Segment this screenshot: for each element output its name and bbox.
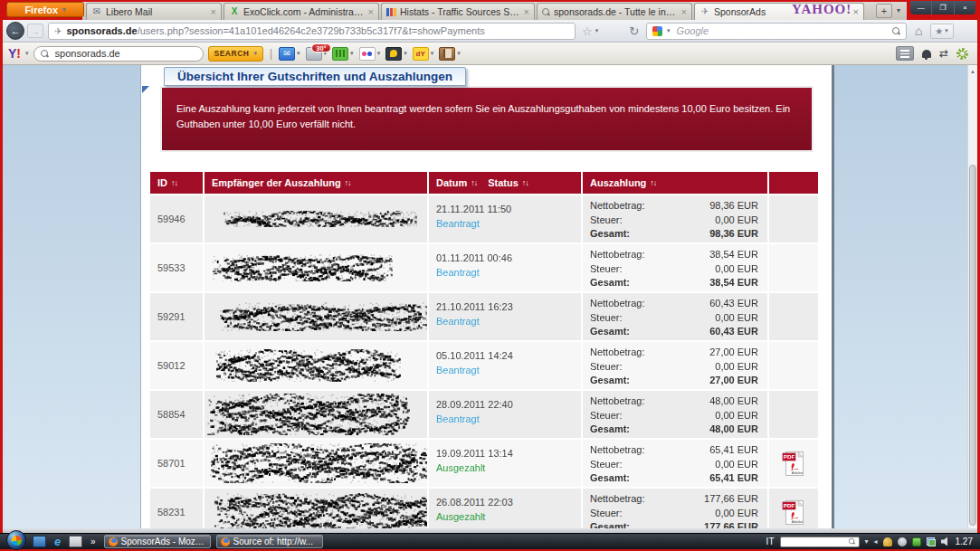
payment-status-link[interactable]: Ausgezahlt (436, 511, 581, 522)
addressbook-app[interactable]: ▾ (439, 47, 461, 61)
tab-close-icon[interactable]: × (681, 7, 687, 16)
payment-status-link[interactable]: Beantragt (436, 365, 581, 375)
sort-arrows-icon[interactable]: ↑↓ (345, 178, 351, 187)
payment-date-status-cell: 19.09.2011 13:14 Ausgezahlt (429, 440, 581, 487)
sort-arrows-icon[interactable]: ↑↓ (171, 178, 177, 187)
language-indicator[interactable]: IT (766, 537, 775, 546)
bookmark-star-group[interactable]: ☆ ▾ (582, 24, 598, 38)
chevron-down-icon[interactable]: ▾ (457, 50, 461, 57)
chevron-down-icon[interactable]: ▾ (595, 27, 599, 34)
sort-arrows-icon[interactable]: ↑↓ (650, 178, 656, 187)
mail-app[interactable]: ✉▾ (279, 47, 300, 61)
firefox-menu-button[interactable]: Firefox ▾ (6, 2, 84, 17)
chevron-down-icon[interactable]: ▾ (431, 50, 434, 57)
payment-status-link[interactable]: Beantragt (436, 267, 581, 278)
tab-libero-mail[interactable]: ✉ Libero Mail × (86, 3, 222, 20)
yahoo-search-button[interactable]: SEARCH ▾ (208, 46, 263, 62)
chevron-down-icon[interactable]: ▾ (865, 537, 869, 546)
chevron-down-icon[interactable]: ▾ (404, 50, 407, 57)
tab-close-icon[interactable]: × (368, 7, 374, 16)
taskbar: e » SponsorAds - Mozill...Source of: htt… (0, 533, 980, 549)
finance-icon[interactable] (332, 47, 348, 61)
yahoo-logo-icon[interactable]: Y ! (8, 46, 21, 61)
weather-icon[interactable]: 30° (306, 47, 322, 61)
tab-exoclick[interactable]: X ExoClick.com - Administration ... × (224, 3, 379, 20)
sort-arrows-icon[interactable]: ↑↓ (522, 178, 528, 187)
tray-network-icon[interactable] (927, 537, 936, 546)
header-payout[interactable]: Auszahlung ↑↓ (583, 172, 767, 194)
tray-key-icon[interactable] (883, 537, 892, 546)
amount-line: Gesamt:27,00 EUR (590, 374, 758, 388)
quicklaunch-monitor-icon[interactable] (33, 536, 46, 547)
payment-status-link[interactable]: Beantragt (436, 413, 581, 424)
answers-icon[interactable] (385, 47, 402, 61)
chevron-down-icon[interactable]: ▾ (350, 50, 354, 57)
swap-arrows-icon[interactable]: ⇄ (939, 47, 948, 60)
tab-histats[interactable]: Histats - Traffic Sources Search ... × (381, 3, 535, 20)
chevron-down-icon[interactable]: ▾ (297, 50, 300, 57)
sort-arrows-icon[interactable]: ↑↓ (471, 178, 477, 187)
bookmarks-button[interactable]: ★ ▾ (930, 24, 954, 39)
mail-icon[interactable]: ✉ (279, 47, 295, 61)
chevron-down-icon[interactable]: ▾ (667, 27, 671, 34)
close-button[interactable]: × (955, 1, 975, 14)
pdf-download-icon[interactable]: PDF Adobe (782, 450, 805, 478)
tray-search-box[interactable] (780, 537, 860, 547)
reload-button[interactable]: ↻ (629, 24, 639, 38)
messenger-icon[interactable]: dY (413, 47, 429, 61)
tray-power-icon[interactable] (912, 537, 921, 546)
payment-status-link[interactable]: Beantragt (436, 316, 581, 327)
show-desktop-icon[interactable] (69, 536, 82, 547)
web-search-input[interactable] (675, 24, 888, 37)
new-tab-button[interactable]: + (876, 4, 892, 18)
pdf-download-icon[interactable]: PDF Adobe (782, 499, 805, 527)
amount-line: Steuer:0,00 EUR (590, 214, 758, 228)
payment-pdf-cell (769, 195, 818, 242)
yahoo-search-input[interactable] (53, 47, 196, 60)
url-bar[interactable]: ✈ sponsorads.de/users.php?session=41a101… (48, 23, 576, 40)
tab-magnifier[interactable]: sponsorads.de - Tutte le inform... × (537, 3, 692, 20)
answers-app[interactable]: ▾ (385, 47, 407, 61)
volume-icon[interactable] (941, 537, 950, 546)
tab-close-icon[interactable]: × (524, 7, 529, 16)
list-all-tabs-button[interactable]: ▾ (897, 6, 900, 14)
payment-status-link[interactable]: Beantragt (436, 218, 581, 229)
payment-status-link[interactable]: Ausgezahlt (436, 462, 581, 473)
chevron-down-icon[interactable]: ▾ (377, 50, 381, 57)
search-icon[interactable] (892, 27, 900, 35)
messenger-app[interactable]: dY▾ (413, 47, 434, 61)
forward-button[interactable]: → (27, 24, 43, 38)
taskbar-app-button[interactable]: SponsorAds - Mozill... (104, 535, 211, 548)
tab-close-icon[interactable]: × (853, 7, 859, 16)
gear-icon[interactable] (956, 48, 968, 60)
scroll-up-arrow[interactable]: ▲ (968, 65, 977, 77)
list-view-button[interactable] (896, 46, 914, 61)
internet-explorer-icon[interactable]: e (51, 536, 64, 547)
flickr-app[interactable]: ▾ (359, 47, 381, 61)
header-date-status[interactable]: Datum ↑↓ Status ↑↓ (429, 172, 581, 194)
bell-icon[interactable] (922, 50, 931, 58)
chevron-down-icon[interactable]: ▾ (25, 50, 29, 57)
home-button[interactable]: ⌂ (915, 24, 922, 38)
flickr-icon[interactable] (359, 47, 376, 61)
bookmark-star-icon[interactable]: ☆ (582, 24, 593, 38)
weather-app[interactable]: 30°▾ (306, 47, 328, 61)
finance-app[interactable]: ▾ (332, 47, 354, 61)
header-recipient[interactable]: Empfänger der Auszahlung ↑↓ (205, 172, 427, 194)
chevron-down-icon[interactable]: ▾ (253, 50, 257, 57)
tray-user-icon[interactable] (898, 537, 907, 546)
web-search-box[interactable]: ▾ (646, 23, 907, 40)
back-button[interactable]: ← (6, 22, 24, 40)
yahoo-search-box[interactable] (33, 46, 204, 62)
vertical-scrollbar[interactable]: ▲ (967, 65, 977, 528)
taskbar-app-button[interactable]: Source of: http://w... (216, 535, 323, 548)
addressbook-icon[interactable] (439, 47, 455, 61)
scrollbar-thumb[interactable] (969, 165, 976, 526)
restore-button[interactable]: ❐ (932, 1, 954, 14)
start-button[interactable] (6, 530, 26, 550)
minimize-button[interactable]: — (910, 1, 932, 14)
header-id[interactable]: ID ↑↓ (150, 172, 203, 194)
toolbar-overflow-chevron[interactable]: » (90, 537, 96, 546)
tab-close-icon[interactable]: × (211, 7, 216, 16)
chevron-left-icon[interactable]: ◂ (874, 537, 878, 546)
